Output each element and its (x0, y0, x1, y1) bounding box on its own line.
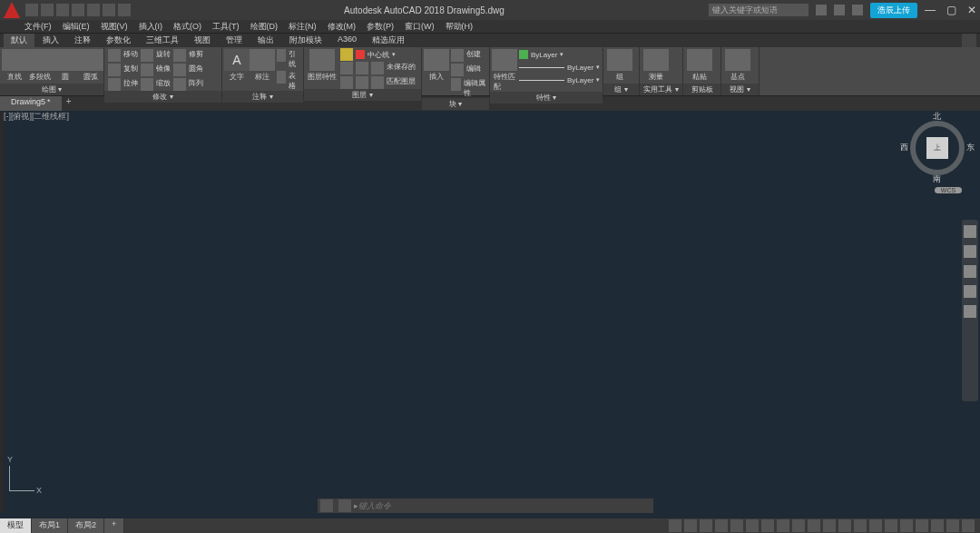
edit-attr-icon[interactable] (451, 78, 461, 91)
layout-tab-model[interactable]: 模型 (0, 518, 32, 533)
viewport-label[interactable]: [-][俯视][二维线框] (4, 111, 69, 123)
annotation-monitor-icon[interactable] (854, 519, 867, 532)
tool-arc[interactable]: 圆弧 (80, 49, 102, 82)
panel-modify-label[interactable]: 修改 ▾ (104, 91, 221, 103)
current-layer-dropdown[interactable]: 中心线 ▾ (340, 49, 416, 60)
panel-properties-label[interactable]: 特性 ▾ (490, 92, 603, 104)
tool-measure[interactable]: 测量 (643, 49, 669, 82)
tab-3dtools[interactable]: 三维工具 (139, 34, 186, 47)
menu-dimension[interactable]: 标注(N) (284, 20, 321, 33)
wcs-dropdown[interactable]: WCS (935, 187, 962, 193)
mirror-icon[interactable] (141, 64, 153, 76)
selection-cycle-icon[interactable] (808, 519, 820, 532)
osnap-toggle-icon[interactable] (746, 519, 759, 532)
rotate-icon[interactable] (141, 49, 153, 62)
units-icon[interactable] (869, 519, 882, 532)
help-icon[interactable] (852, 5, 863, 15)
zoom-extents-icon[interactable] (964, 265, 976, 278)
stretch-icon[interactable] (108, 78, 121, 91)
tool-layer-props[interactable]: 图层特性 (308, 49, 337, 82)
edit-block-icon[interactable] (451, 64, 464, 76)
lock-ui-icon[interactable] (900, 519, 913, 532)
tool-dimension[interactable]: 标注 (251, 49, 273, 82)
menu-file[interactable]: 文件(F) (20, 20, 56, 33)
close-button[interactable]: ✕ (967, 4, 976, 16)
snap-toggle-icon[interactable] (700, 519, 712, 532)
qat-save-icon[interactable] (56, 4, 69, 16)
cmd-options-icon[interactable] (338, 499, 351, 512)
command-input[interactable] (358, 501, 653, 510)
grid-toggle-icon[interactable] (684, 519, 697, 532)
menu-draw[interactable]: 绘图(D) (246, 20, 283, 33)
layer-i3-icon[interactable] (371, 62, 384, 74)
tab-output[interactable]: 输出 (250, 34, 281, 47)
minimize-button[interactable]: — (925, 4, 936, 16)
polar-toggle-icon[interactable] (730, 519, 743, 532)
tab-featured[interactable]: 精选应用 (365, 34, 412, 47)
menu-help[interactable]: 帮助(H) (441, 20, 478, 33)
showmotion-icon[interactable] (964, 305, 976, 318)
panel-clipboard-label[interactable]: 剪贴板 (683, 84, 720, 95)
qat-redo-icon[interactable] (118, 4, 131, 16)
qat-new-icon[interactable] (25, 4, 38, 16)
cmd-close-icon[interactable] (320, 499, 333, 512)
tab-a360[interactable]: A360 (330, 34, 364, 47)
menu-view[interactable]: 视图(V) (96, 20, 132, 33)
workspace-switch-icon[interactable] (838, 519, 851, 532)
panel-groups-label[interactable]: 组 ▾ (603, 84, 639, 95)
tool-match-props[interactable]: 特性匹配 (494, 49, 515, 92)
tool-paste[interactable]: 粘贴 (687, 49, 712, 82)
tab-addins[interactable]: 附加模块 (282, 34, 329, 47)
tool-text[interactable]: A文字 (226, 49, 248, 82)
tab-parametric[interactable]: 参数化 (99, 34, 138, 47)
cloud-upload-button[interactable]: 浩辰上传 (870, 3, 917, 18)
menu-modify[interactable]: 修改(M) (323, 20, 361, 33)
trim-icon[interactable] (173, 49, 186, 62)
lineweight-dropdown[interactable]: ByLayer▾ (519, 62, 600, 73)
fillet-icon[interactable] (173, 64, 186, 76)
qat-open-icon[interactable] (41, 4, 54, 16)
layer-i4-icon[interactable] (340, 76, 353, 89)
qat-print-icon[interactable] (87, 4, 100, 16)
linetype-dropdown[interactable]: ByLayer▾ (519, 74, 600, 85)
command-line[interactable]: ▸ (318, 498, 653, 513)
qat-saveas-icon[interactable] (72, 4, 84, 16)
tool-line[interactable]: 直线 (4, 49, 25, 82)
leader-icon[interactable] (277, 49, 286, 62)
panel-annotate-label[interactable]: 注释 ▾ (222, 91, 303, 103)
app-logo-icon[interactable] (4, 2, 20, 18)
panel-utilities-label[interactable]: 实用工具 ▾ (640, 84, 682, 95)
menu-tools[interactable]: 工具(T) (208, 20, 244, 33)
drawing-canvas[interactable]: [-][俯视][二维线框] 北 南 东 西 上 WCS Y X (0, 111, 980, 513)
lineweight-toggle-icon[interactable] (777, 519, 789, 532)
panel-draw-label[interactable]: 绘图 ▾ (0, 84, 103, 95)
add-drawing-tab[interactable]: + (62, 96, 76, 111)
quickprops-icon[interactable] (885, 519, 897, 532)
scale-icon[interactable] (141, 78, 153, 91)
move-icon[interactable] (108, 49, 121, 62)
table-icon[interactable] (277, 71, 286, 84)
array-icon[interactable] (173, 78, 186, 91)
orbit-icon[interactable] (964, 285, 976, 298)
ortho-toggle-icon[interactable] (715, 519, 728, 532)
tab-default[interactable]: 默认 (4, 34, 34, 47)
panel-view-label[interactable]: 视图 ▾ (721, 84, 759, 95)
annotation-scale-icon[interactable] (823, 519, 836, 532)
tab-manage[interactable]: 管理 (219, 34, 250, 47)
copy-icon[interactable] (108, 64, 121, 76)
drawing-tab-active[interactable]: Drawing5 (0, 96, 62, 111)
layer-i6-icon[interactable] (371, 76, 384, 89)
tool-polyline[interactable]: 多段线 (29, 49, 51, 82)
hardware-accel-icon[interactable] (931, 519, 944, 532)
viewcube-east[interactable]: 东 (966, 142, 975, 153)
steering-wheel-icon[interactable] (964, 225, 976, 238)
viewcube-west[interactable]: 西 (900, 142, 908, 153)
layout-tab-2[interactable]: 布局2 (68, 518, 104, 533)
tab-view[interactable]: 视图 (187, 34, 218, 47)
menu-window[interactable]: 窗口(W) (400, 20, 439, 33)
create-block-icon[interactable] (451, 49, 464, 62)
menu-insert[interactable]: 插入(I) (134, 20, 168, 33)
layer-i2-icon[interactable] (356, 62, 368, 74)
panel-block-label[interactable]: 块 ▾ (422, 98, 489, 110)
layout-tab-1[interactable]: 布局1 (32, 518, 68, 533)
